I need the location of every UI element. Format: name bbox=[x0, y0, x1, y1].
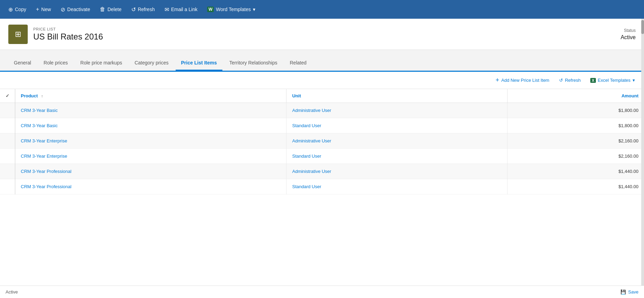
product-link[interactable]: CRM 3-Year Enterprise bbox=[21, 154, 67, 159]
status-label: Status bbox=[620, 28, 636, 33]
copy-button[interactable]: ⊕ Copy bbox=[4, 4, 30, 15]
row-unit-cell[interactable]: Standard User bbox=[286, 179, 507, 194]
product-sort-icon: ↑ bbox=[41, 94, 43, 98]
row-product-cell[interactable]: CRM 3-Year Enterprise bbox=[15, 149, 286, 164]
page-scrollbar[interactable] bbox=[641, 19, 644, 286]
email-icon: ✉ bbox=[165, 6, 169, 13]
tab-related[interactable]: Related bbox=[284, 56, 312, 71]
deactivate-button[interactable]: ⊘ Deactivate bbox=[56, 4, 94, 15]
status-bar-text: Active bbox=[6, 289, 18, 295]
record-name: US Bill Rates 2016 bbox=[33, 32, 103, 42]
table-row: CRM 3-Year Basic Administrative User $1,… bbox=[0, 103, 644, 118]
record-status-block: Status Active bbox=[620, 28, 636, 41]
row-unit-cell[interactable]: Administrative User bbox=[286, 133, 507, 149]
row-product-cell[interactable]: CRM 3-Year Enterprise bbox=[15, 133, 286, 149]
excel-dropdown-icon: ▾ bbox=[633, 78, 635, 83]
product-link[interactable]: CRM 3-Year Basic bbox=[21, 108, 58, 113]
row-check-cell[interactable] bbox=[0, 164, 15, 179]
row-unit-cell[interactable]: Standard User bbox=[286, 149, 507, 164]
new-icon: + bbox=[36, 6, 39, 12]
list-refresh-button[interactable]: ↺ Refresh bbox=[556, 76, 584, 85]
product-link[interactable]: CRM 3-Year Enterprise bbox=[21, 138, 67, 143]
copy-icon: ⊕ bbox=[8, 6, 13, 13]
tab-role-prices[interactable]: Role prices bbox=[38, 56, 73, 71]
delete-button[interactable]: 🗑 Delete bbox=[96, 4, 125, 15]
row-amount-cell: $2,160.00 bbox=[507, 133, 644, 149]
word-icon: W bbox=[207, 7, 214, 12]
table-row: CRM 3-Year Basic Standard User $1,800.00 bbox=[0, 118, 644, 133]
record-header: ⊞ PRICE LIST US Bill Rates 2016 Status A… bbox=[0, 19, 644, 50]
tab-general[interactable]: General bbox=[8, 56, 37, 71]
record-type: PRICE LIST bbox=[33, 27, 103, 31]
row-amount-cell: $1,440.00 bbox=[507, 179, 644, 194]
status-value: Active bbox=[620, 34, 636, 41]
row-product-cell[interactable]: CRM 3-Year Basic bbox=[15, 118, 286, 133]
email-link-button[interactable]: ✉ Email a Link bbox=[160, 4, 202, 15]
table-scroll[interactable]: ✓ Product ↑ Unit Amount bbox=[0, 89, 644, 286]
row-amount-cell: $1,800.00 bbox=[507, 103, 644, 118]
list-panel: + Add New Price List Item ↺ Refresh X Ex… bbox=[0, 71, 644, 286]
add-icon: + bbox=[495, 77, 499, 84]
list-refresh-icon: ↺ bbox=[559, 78, 563, 83]
unit-link[interactable]: Administrative User bbox=[292, 138, 331, 143]
row-amount-cell: $1,800.00 bbox=[507, 118, 644, 133]
deactivate-icon: ⊘ bbox=[61, 6, 65, 13]
product-link[interactable]: CRM 3-Year Basic bbox=[21, 123, 58, 128]
table-header-check[interactable]: ✓ bbox=[0, 89, 15, 103]
unit-link[interactable]: Administrative User bbox=[292, 169, 331, 174]
main-toolbar: ⊕ Copy + New ⊘ Deactivate 🗑 Delete ↺ Ref… bbox=[0, 0, 644, 19]
unit-link[interactable]: Standard User bbox=[292, 123, 321, 128]
table-header-product[interactable]: Product ↑ bbox=[15, 89, 286, 103]
row-check-cell[interactable] bbox=[0, 179, 15, 194]
table-header-amount[interactable]: Amount bbox=[507, 89, 644, 103]
delete-icon: 🗑 bbox=[100, 6, 105, 12]
row-check-cell[interactable] bbox=[0, 149, 15, 164]
row-check-cell[interactable] bbox=[0, 103, 15, 118]
record-meta: PRICE LIST US Bill Rates 2016 bbox=[33, 27, 103, 42]
excel-templates-button[interactable]: X Excel Templates ▾ bbox=[587, 76, 638, 85]
status-bar: Active 💾 Save bbox=[0, 286, 644, 298]
list-toolbar: + Add New Price List Item ↺ Refresh X Ex… bbox=[0, 72, 644, 89]
product-link[interactable]: CRM 3-Year Professional bbox=[21, 184, 71, 189]
save-icon: 💾 bbox=[620, 289, 626, 295]
avatar-icon: ⊞ bbox=[15, 30, 21, 39]
tab-territory-relationships[interactable]: Territory Relationships bbox=[224, 56, 283, 71]
refresh-button[interactable]: ↺ Refresh bbox=[127, 4, 159, 15]
table-row: CRM 3-Year Enterprise Administrative Use… bbox=[0, 133, 644, 149]
table-header-unit[interactable]: Unit bbox=[286, 89, 507, 103]
save-button[interactable]: 💾 Save bbox=[620, 289, 638, 295]
row-product-cell[interactable]: CRM 3-Year Basic bbox=[15, 103, 286, 118]
row-unit-cell[interactable]: Standard User bbox=[286, 118, 507, 133]
row-check-cell[interactable] bbox=[0, 118, 15, 133]
row-unit-cell[interactable]: Administrative User bbox=[286, 103, 507, 118]
product-link[interactable]: CRM 3-Year Professional bbox=[21, 169, 71, 174]
add-new-price-list-item-button[interactable]: + Add New Price List Item bbox=[492, 74, 553, 86]
tab-role-price-markups[interactable]: Role price markups bbox=[75, 56, 128, 71]
tab-price-list-items[interactable]: Price List Items bbox=[176, 56, 223, 71]
word-templates-button[interactable]: W Word Templates ▾ bbox=[203, 5, 259, 14]
avatar: ⊞ bbox=[8, 25, 28, 44]
price-list-items-table: ✓ Product ↑ Unit Amount bbox=[0, 89, 644, 194]
row-check-cell[interactable] bbox=[0, 133, 15, 149]
refresh-icon: ↺ bbox=[131, 6, 136, 13]
table-row: CRM 3-Year Professional Standard User $1… bbox=[0, 179, 644, 194]
row-product-cell[interactable]: CRM 3-Year Professional bbox=[15, 164, 286, 179]
row-unit-cell[interactable]: Administrative User bbox=[286, 164, 507, 179]
excel-icon: X bbox=[590, 78, 596, 83]
tabs-bar: GeneralRole pricesRole price markupsCate… bbox=[0, 50, 644, 71]
record-header-left: ⊞ PRICE LIST US Bill Rates 2016 bbox=[8, 25, 103, 44]
tab-category-prices[interactable]: Category prices bbox=[129, 56, 174, 71]
row-product-cell[interactable]: CRM 3-Year Professional bbox=[15, 179, 286, 194]
dropdown-arrow-icon: ▾ bbox=[253, 7, 255, 12]
table-row: CRM 3-Year Professional Administrative U… bbox=[0, 164, 644, 179]
row-amount-cell: $2,160.00 bbox=[507, 149, 644, 164]
unit-link[interactable]: Standard User bbox=[292, 184, 321, 189]
scrollbar-thumb bbox=[641, 20, 644, 34]
table-row: CRM 3-Year Enterprise Standard User $2,1… bbox=[0, 149, 644, 164]
row-amount-cell: $1,440.00 bbox=[507, 164, 644, 179]
new-button[interactable]: + New bbox=[32, 4, 55, 15]
main-content: + Add New Price List Item ↺ Refresh X Ex… bbox=[0, 71, 644, 286]
unit-link[interactable]: Standard User bbox=[292, 154, 321, 159]
unit-link[interactable]: Administrative User bbox=[292, 108, 331, 113]
check-all-icon[interactable]: ✓ bbox=[6, 93, 9, 98]
